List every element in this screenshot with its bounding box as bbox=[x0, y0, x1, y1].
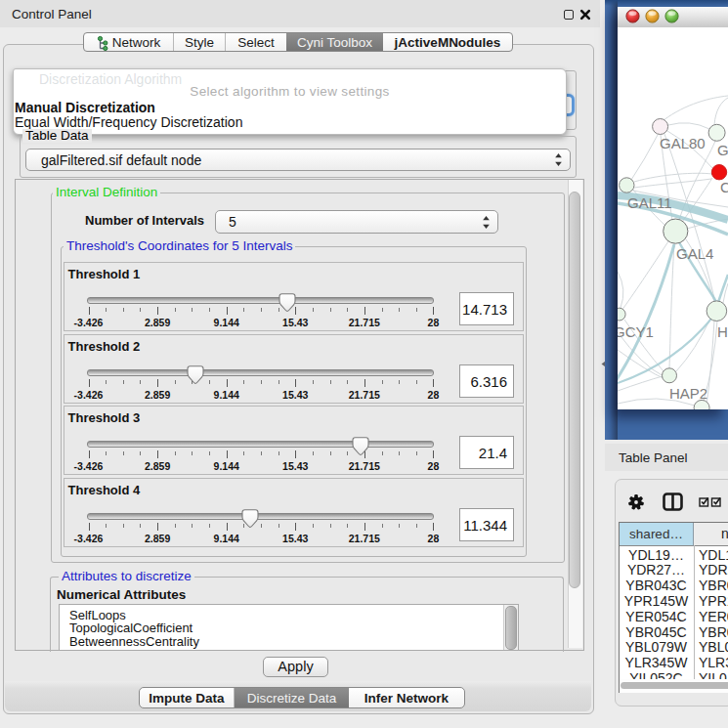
svg-text:GA: GA bbox=[717, 142, 728, 158]
svg-text:C: C bbox=[720, 179, 728, 195]
svg-text:GCY1: GCY1 bbox=[618, 323, 654, 340]
svg-text:GAL80: GAL80 bbox=[660, 135, 706, 151]
svg-text:GAL4: GAL4 bbox=[676, 245, 713, 262]
svg-text:HAP2: HAP2 bbox=[669, 385, 707, 402]
svg-text:H: H bbox=[717, 323, 728, 340]
svg-text:GAL11: GAL11 bbox=[627, 194, 672, 211]
